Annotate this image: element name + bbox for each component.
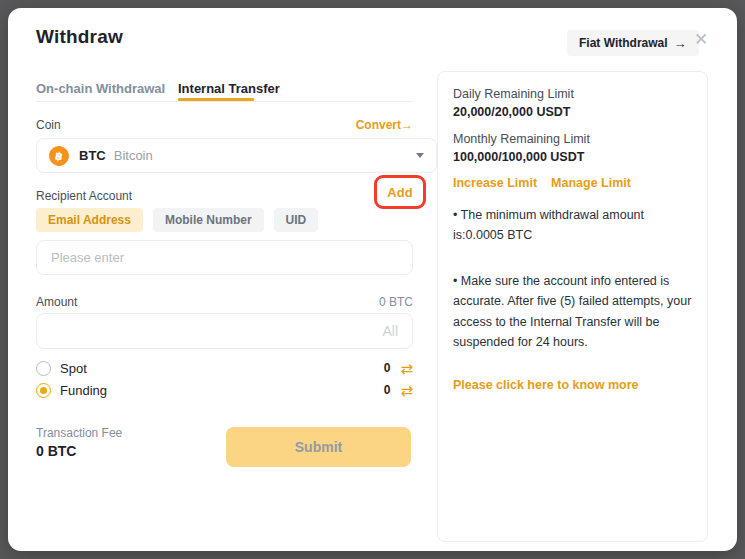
tab-internal-transfer[interactable]: Internal Transfer bbox=[178, 81, 280, 96]
submit-button[interactable]: Submit bbox=[226, 427, 411, 467]
know-more-row: Please click here to know more bbox=[453, 378, 692, 392]
radio-spot[interactable] bbox=[36, 361, 51, 376]
recipient-method-tabs: Email Address Mobile Number UID bbox=[36, 208, 318, 232]
account-row-spot[interactable]: Spot 0 ⇄ bbox=[36, 358, 413, 378]
monthly-limit-value: 100,000/100,000 USDT bbox=[453, 148, 692, 166]
recipient-label-row: Recipient Account bbox=[36, 189, 413, 203]
method-chip-uid[interactable]: UID bbox=[274, 208, 319, 232]
spot-balance: 0 bbox=[384, 361, 391, 375]
method-chip-mobile[interactable]: Mobile Number bbox=[153, 208, 264, 232]
account-row-funding[interactable]: Funding 0 ⇄ bbox=[36, 380, 413, 400]
fiat-withdrawal-label: Fiat Withdrawal bbox=[579, 36, 668, 50]
close-icon[interactable]: ✕ bbox=[694, 29, 708, 50]
note-account-accuracy: • Make sure the account info entered is … bbox=[453, 271, 692, 352]
withdraw-dialog: Withdraw Fiat Withdrawal → ✕ On-chain Wi… bbox=[8, 8, 737, 551]
coin-label-row: Coin Convert→ bbox=[36, 118, 413, 132]
radio-funding[interactable] bbox=[36, 383, 51, 398]
tabs-divider bbox=[36, 101, 413, 102]
funding-label: Funding bbox=[60, 383, 107, 398]
limit-links-row: Increase Limit Manage Limit bbox=[453, 176, 692, 190]
spot-label: Spot bbox=[60, 361, 87, 376]
transaction-fee-label: Transaction Fee bbox=[36, 426, 122, 440]
funding-balance: 0 bbox=[384, 383, 391, 397]
know-more-link[interactable]: Please click here to know more bbox=[453, 378, 639, 392]
daily-limit-label: Daily Remaining Limit bbox=[453, 85, 692, 103]
add-recipient-link[interactable]: Add bbox=[387, 185, 412, 200]
btc-coin-icon: ฿ bbox=[47, 144, 70, 167]
coin-select[interactable]: ฿ BTC Bitcoin bbox=[36, 138, 437, 173]
chevron-down-icon bbox=[416, 153, 424, 158]
transfer-swap-icon[interactable]: ⇄ bbox=[400, 383, 413, 398]
recipient-account-label: Recipient Account bbox=[36, 189, 132, 203]
amount-input[interactable] bbox=[36, 313, 413, 349]
fiat-withdrawal-button[interactable]: Fiat Withdrawal → bbox=[567, 30, 699, 56]
transaction-fee-block: Transaction Fee 0 BTC bbox=[36, 426, 122, 459]
coin-symbol: BTC bbox=[79, 148, 106, 163]
recipient-input[interactable] bbox=[36, 240, 413, 275]
coin-label: Coin bbox=[36, 118, 61, 132]
note-minimum-withdrawal: • The minimum withdrawal amount is:0.000… bbox=[453, 205, 692, 246]
arrow-right-icon: → bbox=[674, 36, 687, 51]
transaction-fee-value: 0 BTC bbox=[36, 443, 122, 459]
tab-onchain-withdrawal[interactable]: On-chain Withdrawal bbox=[36, 81, 165, 96]
transfer-swap-icon[interactable]: ⇄ bbox=[400, 361, 413, 376]
daily-limit-value: 20,000/20,000 USDT bbox=[453, 103, 692, 121]
method-chip-email[interactable]: Email Address bbox=[36, 208, 143, 232]
add-annotation-highlight: Add bbox=[374, 175, 426, 209]
coin-fullname: Bitcoin bbox=[114, 148, 153, 163]
amount-label: Amount bbox=[36, 295, 77, 309]
amount-balance: 0 BTC bbox=[379, 295, 413, 309]
page-title: Withdraw bbox=[36, 26, 123, 48]
increase-limit-link[interactable]: Increase Limit bbox=[453, 176, 537, 190]
convert-link[interactable]: Convert→ bbox=[356, 118, 413, 132]
monthly-limit-label: Monthly Remaining Limit bbox=[453, 130, 692, 148]
page-backdrop: Withdraw Fiat Withdrawal → ✕ On-chain Wi… bbox=[0, 0, 745, 559]
manage-limit-link[interactable]: Manage Limit bbox=[551, 176, 631, 190]
amount-label-row: Amount 0 BTC bbox=[36, 295, 413, 309]
limits-info-panel: Daily Remaining Limit 20,000/20,000 USDT… bbox=[437, 71, 708, 542]
